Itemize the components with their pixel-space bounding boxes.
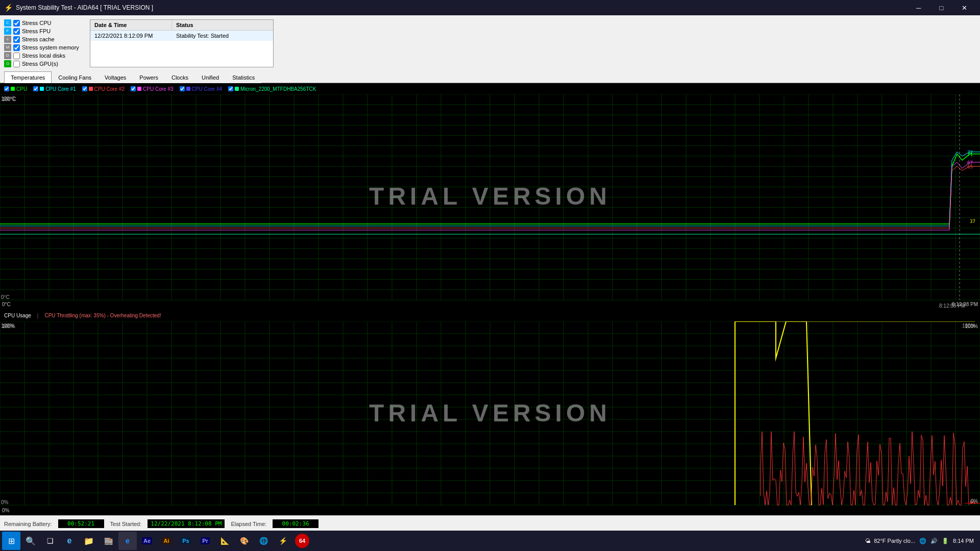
- temp-x-label: 8:12:08 PM: [952, 302, 978, 307]
- legend-label: CPU Core #4: [192, 86, 222, 92]
- titlebar-controls: ─ □ ✕: [907, 0, 976, 15]
- adobe-pr-icon[interactable]: Pr: [196, 532, 214, 550]
- stress-icon-stress-memory: M: [4, 44, 11, 51]
- legend-color-dot: [137, 87, 141, 91]
- test-started-value: 12/22/2021 8:12:08 PM: [148, 519, 225, 528]
- volume-icon: 🔊: [930, 538, 938, 544]
- legend-color-dot: [40, 87, 44, 91]
- weather-text: 82°F Partly clo...: [874, 538, 915, 544]
- clock: 8:14 PM: [953, 538, 974, 544]
- battery-taskbar-icon: 🔋: [942, 538, 949, 544]
- checkbox-stress-disks[interactable]: [13, 53, 20, 59]
- legend-cb-CPU Core #4[interactable]: [180, 86, 185, 91]
- cpu-header-warning: CPU Throttling (max: 35%) - Overheating …: [44, 313, 161, 318]
- legend-label: Micron_2200_MTFDHBA256TCK: [240, 86, 316, 92]
- legend-Micron_2200_MTFDHBA256TCK: Micron_2200_MTFDHBA256TCK: [228, 86, 316, 92]
- app-icon-2[interactable]: 🎨: [235, 532, 253, 550]
- titlebar-left: ⚡ System Stability Test - AIDA64 [ TRIAL…: [4, 4, 153, 12]
- tab-powers[interactable]: Powers: [133, 71, 165, 83]
- tab-unified[interactable]: Unified: [195, 71, 226, 83]
- cpu-y-min: 0%: [2, 508, 9, 513]
- log-status: Stability Test: Started: [172, 32, 273, 40]
- legend-cb-Micron_2200_MTFDHBA256TCK[interactable]: [228, 86, 233, 91]
- stress-item-stress-gpu: GStress GPU(s): [4, 60, 86, 67]
- window-title: System Stability Test - AIDA64 [ TRIAL V…: [16, 4, 153, 11]
- tab-statistics[interactable]: Statistics: [226, 71, 261, 83]
- close-window-button[interactable]: ✕: [953, 0, 976, 15]
- label-stress-gpu: Stress GPU(s): [22, 61, 58, 67]
- elapsed-value: 00:02:36: [273, 519, 318, 528]
- task-view-button[interactable]: ❑: [41, 532, 59, 550]
- label-stress-memory: Stress system memory: [22, 44, 79, 51]
- log-body: 12/22/2021 8:12:09 PM Stability Test: St…: [90, 31, 273, 41]
- tabs-bar: TemperaturesCooling FansVoltagesPowersCl…: [0, 71, 980, 83]
- edge-icon[interactable]: e: [60, 532, 79, 550]
- taskbar-right: 🌤 82°F Partly clo... 🌐 🔊 🔋 8:14 PM: [865, 538, 978, 544]
- tab-voltages[interactable]: Voltages: [98, 71, 133, 83]
- legend-color-dot: [89, 87, 93, 91]
- ie-icon[interactable]: e: [118, 532, 137, 550]
- adobe-ae-icon[interactable]: Ae: [138, 532, 156, 550]
- clock-time: 8:14 PM: [953, 538, 974, 544]
- legend-cb-CPU Core #2[interactable]: [82, 86, 87, 91]
- legend-cb-CPU[interactable]: [4, 86, 9, 91]
- aida64-taskbar-icon[interactable]: ⚡: [274, 532, 292, 550]
- checkbox-stress-cache[interactable]: [13, 36, 20, 43]
- stress-item-stress-disks: DStress local disks: [4, 52, 86, 59]
- app-icon-1[interactable]: 📐: [215, 532, 234, 550]
- app-icon-5[interactable]: 64: [295, 534, 309, 548]
- legend-cb-CPU Core #1[interactable]: [33, 86, 38, 91]
- elapsed-label: Elapsed Time:: [231, 521, 266, 527]
- legend-label: CPU Core #1: [45, 86, 76, 92]
- stress-icon-stress-gpu: G: [4, 60, 11, 67]
- sys-tray: 🌤 82°F Partly clo...: [865, 538, 915, 544]
- log-table: Date & Time Status 12/22/2021 8:12:09 PM…: [90, 19, 274, 67]
- legend-color-dot: [235, 87, 239, 91]
- label-stress-disks: Stress local disks: [22, 53, 65, 59]
- legend-color-dot: [11, 87, 15, 91]
- test-started-label: Test Started:: [110, 521, 142, 527]
- app-icon: ⚡: [4, 4, 13, 12]
- tab-cooling-fans[interactable]: Cooling Fans: [52, 71, 98, 83]
- label-stress-cpu: Stress CPU: [22, 20, 51, 26]
- legend-color-dot: [186, 87, 190, 91]
- adobe-ps-icon[interactable]: Ps: [177, 532, 195, 550]
- legend-CPU: CPU: [4, 86, 27, 92]
- label-stress-fpu: Stress FPU: [22, 28, 51, 34]
- minimize-button[interactable]: ─: [907, 0, 930, 15]
- stress-item-stress-cache: cStress cache: [4, 36, 86, 43]
- log-row: 12/22/2021 8:12:09 PM Stability Test: St…: [90, 31, 273, 41]
- checkbox-stress-cpu[interactable]: [13, 20, 20, 27]
- app-icon-3[interactable]: 🌐: [254, 532, 273, 550]
- network-icon: 🌐: [919, 538, 926, 544]
- cpu-canvas: [0, 321, 980, 515]
- adobe-ai-icon[interactable]: Ai: [157, 532, 176, 550]
- legend-cb-CPU Core #3[interactable]: [131, 86, 136, 91]
- checkbox-stress-memory[interactable]: [13, 44, 20, 51]
- battery-value: 00:52:21: [58, 519, 104, 528]
- cpu-pct-100-right: 100%: [965, 323, 978, 329]
- taskbar-left: ⊞ 🔍 ❑ e 📁 🏬 e Ae Ai Ps Pr: [2, 532, 311, 550]
- maximize-button[interactable]: □: [930, 0, 953, 15]
- file-explorer-icon[interactable]: 📁: [80, 532, 98, 550]
- search-button[interactable]: 🔍: [21, 532, 40, 550]
- tab-clocks[interactable]: Clocks: [165, 71, 195, 83]
- legend-label: CPU: [16, 86, 27, 92]
- tab-temperatures[interactable]: Temperatures: [4, 71, 52, 83]
- checkbox-stress-gpu[interactable]: [13, 61, 20, 67]
- store-icon[interactable]: 🏬: [99, 532, 117, 550]
- start-menu-button[interactable]: ⊞: [2, 532, 20, 550]
- log-col-date-header: Date & Time: [90, 20, 172, 30]
- legend-CPU_Core_#4: CPU Core #4: [180, 86, 222, 92]
- stress-item-stress-memory: MStress system memory: [4, 44, 86, 51]
- titlebar: ⚡ System Stability Test - AIDA64 [ TRIAL…: [0, 0, 980, 15]
- cpu-y-max: 100%: [2, 323, 15, 329]
- label-stress-cache: Stress cache: [22, 36, 55, 42]
- legend-label: CPU Core #2: [94, 86, 125, 92]
- checkbox-stress-fpu[interactable]: [13, 28, 20, 35]
- stress-item-stress-cpu: CStress CPU: [4, 19, 86, 27]
- temp-y-max: 100°C: [2, 96, 16, 102]
- temp-y-min: 0°C: [2, 302, 11, 307]
- log-date: 12/22/2021 8:12:09 PM: [90, 32, 172, 40]
- legend-CPU_Core_#2: CPU Core #2: [82, 86, 125, 92]
